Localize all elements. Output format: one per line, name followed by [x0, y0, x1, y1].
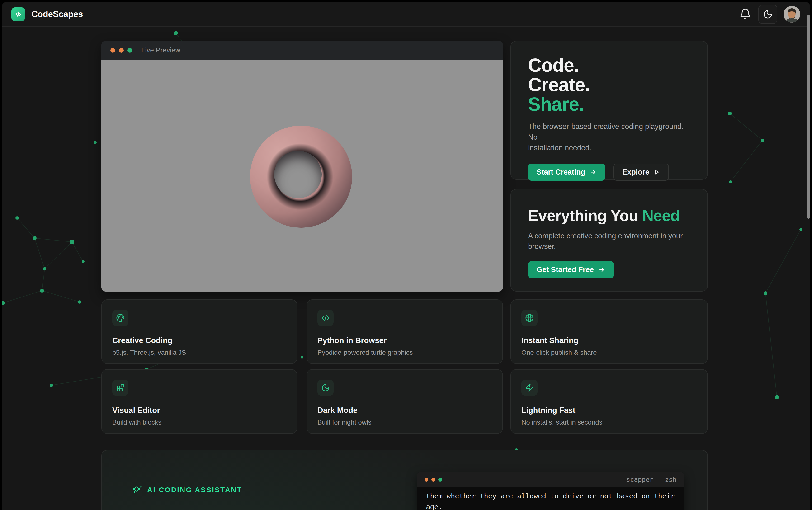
feature-title: Instant Sharing	[521, 336, 697, 345]
ai-assistant-section: AI CODING ASSISTANT scapper — zsh them w…	[102, 450, 708, 510]
ai-assistant-label: AI CODING ASSISTANT	[147, 486, 242, 494]
terminal-window-dots	[425, 478, 442, 482]
globe-icon	[521, 310, 538, 326]
hero-title-line1: Code.	[528, 56, 690, 75]
torus-3d-render	[250, 125, 352, 228]
feature-subtitle: One-click publish & share	[521, 349, 697, 357]
arrow-right-icon	[589, 169, 597, 176]
moon-icon	[317, 380, 334, 396]
torus-hole	[274, 151, 322, 198]
terminal-dot-1	[425, 478, 428, 482]
get-started-label: Get Started Free	[536, 265, 594, 274]
window-dots	[110, 48, 132, 53]
live-preview-window: Live Preview	[102, 41, 503, 291]
feature-card-creative-coding: Creative Coding p5.js, Three.js, vanilla…	[102, 300, 297, 364]
hero-description-line2: installation needed.	[528, 142, 690, 153]
feature-subtitle: No installs, start in seconds	[521, 419, 697, 426]
feature-title: Python in Browser	[317, 336, 492, 345]
hero-card: Code. Create. Share. The browser-based c…	[511, 41, 708, 180]
everything-title-accent: Need	[642, 207, 679, 224]
window-dot-2	[119, 48, 124, 53]
explore-label: Explore	[622, 168, 649, 176]
everything-card: Everything You Need A complete creative …	[511, 189, 708, 291]
feature-card-python-in-browser: Python in Browser Pyodide-powered turtle…	[307, 300, 503, 364]
code-icon	[317, 310, 334, 326]
blocks-icon	[112, 380, 128, 396]
arrow-right-icon	[598, 266, 605, 273]
terminal-line: age.	[426, 502, 675, 510]
live-preview-title: Live Preview	[141, 46, 180, 54]
code-brackets-icon	[14, 10, 22, 18]
feature-title: Dark Mode	[317, 406, 492, 415]
feature-subtitle: Built for night owls	[317, 419, 492, 426]
feature-card-lightning-fast: Lightning Fast No installs, start in sec…	[511, 369, 708, 434]
terminal-dot-3	[438, 478, 442, 482]
sparkles-icon	[133, 485, 142, 494]
hero-title-line2: Create.	[528, 75, 690, 94]
zap-icon	[521, 380, 538, 396]
hero-description-line1: The browser-based creative coding playgr…	[528, 121, 690, 142]
feature-card-dark-mode: Dark Mode Built for night owls	[307, 369, 503, 434]
bell-icon	[740, 9, 751, 20]
palette-icon	[112, 310, 128, 326]
feature-subtitle: Pyodide-powered turtle graphics	[317, 349, 492, 357]
scrollbar-thumb[interactable]	[807, 15, 810, 219]
brand-logo[interactable]	[11, 7, 25, 21]
user-avatar[interactable]	[784, 6, 800, 23]
everything-title: Everything You	[528, 207, 642, 224]
terminal-dot-2	[431, 478, 435, 482]
hero-title-line3: Share.	[528, 94, 690, 114]
feature-card-visual-editor: Visual Editor Build with blocks	[102, 369, 297, 434]
explore-button[interactable]: Explore	[613, 164, 669, 181]
get-started-button[interactable]: Get Started Free	[528, 261, 614, 278]
feature-card-instant-sharing: Instant Sharing One-click publish & shar…	[511, 300, 708, 364]
terminal-title: scapper — zsh	[442, 476, 676, 483]
feature-subtitle: Build with blocks	[112, 419, 286, 426]
theme-toggle-button[interactable]	[758, 5, 777, 24]
feature-title: Creative Coding	[112, 336, 286, 345]
app-window: CodeScapes	[2, 2, 810, 510]
navbar: CodeScapes	[2, 2, 810, 27]
window-dot-1	[110, 48, 115, 53]
preview-canvas	[102, 60, 503, 291]
terminal-titlebar: scapper — zsh	[417, 472, 684, 487]
live-preview-titlebar: Live Preview	[102, 41, 503, 60]
avatar-photo	[784, 6, 800, 23]
start-creating-label: Start Creating	[536, 168, 585, 176]
feature-title: Lightning Fast	[521, 406, 697, 415]
terminal-output: them whether they are allowed to drive o…	[417, 487, 684, 510]
feature-subtitle: p5.js, Three.js, vanilla JS	[112, 349, 286, 357]
everything-description-line2: browser.	[528, 241, 690, 252]
brand-name: CodeScapes	[31, 9, 83, 19]
everything-description-line1: A complete creative coding environment i…	[528, 231, 690, 241]
feature-title: Visual Editor	[112, 406, 286, 415]
terminal-window: scapper — zsh them whether they are allo…	[417, 472, 684, 510]
start-creating-button[interactable]: Start Creating	[528, 164, 605, 181]
moon-icon	[763, 9, 773, 19]
notifications-button[interactable]	[740, 9, 751, 20]
play-icon	[654, 169, 660, 175]
terminal-line: them whether they are allowed to drive o…	[426, 490, 675, 502]
window-dot-3	[127, 48, 132, 53]
